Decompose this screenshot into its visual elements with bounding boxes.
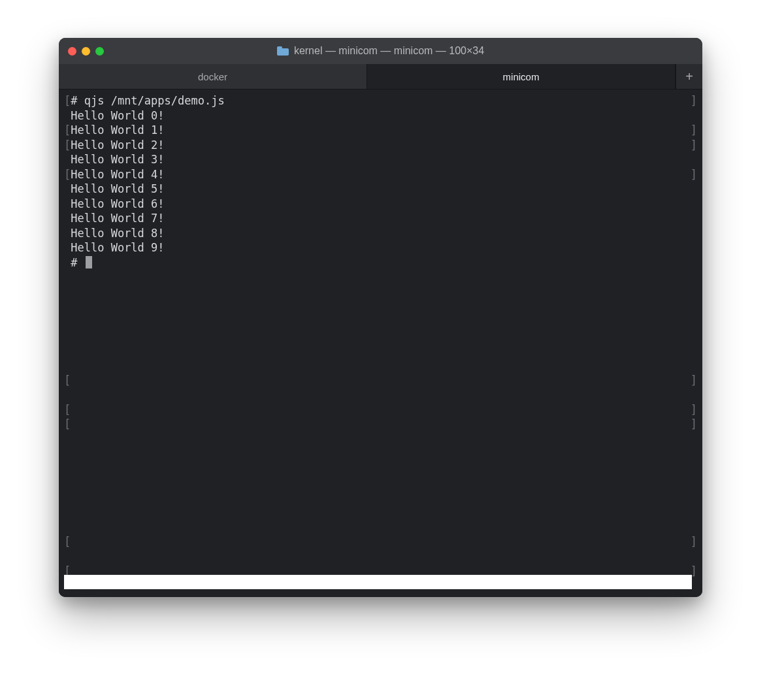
terminal-row: [] bbox=[64, 432, 697, 447]
terminal-row: [Hello World 8!] bbox=[64, 226, 697, 241]
terminal-row: [Hello World 3!] bbox=[64, 152, 697, 167]
terminal-content: [# qjs /mnt/apps/demo.js][Hello World 0!… bbox=[64, 93, 697, 597]
terminal-row: [] bbox=[64, 534, 697, 549]
terminal-row: [] bbox=[64, 270, 697, 285]
terminal-row: [] bbox=[64, 387, 697, 402]
terminal-window: kernel — minicom — minicom — 100×34 dock… bbox=[59, 38, 702, 597]
terminal-row: [Hello World 6!] bbox=[64, 197, 697, 212]
terminal-row: [Hello World 1!] bbox=[64, 123, 697, 138]
tab-minicom[interactable]: minicom bbox=[367, 64, 676, 89]
close-button[interactable] bbox=[68, 47, 76, 56]
terminal-row: [] bbox=[64, 329, 697, 344]
terminal-row: [] bbox=[64, 446, 697, 461]
window-title-text: kernel — minicom — minicom — 100×34 bbox=[294, 45, 484, 57]
row-right-bracket: ] bbox=[691, 373, 697, 388]
row-left-bracket: [ bbox=[64, 373, 71, 388]
terminal-line-text: # bbox=[71, 255, 91, 270]
tab-docker[interactable]: docker bbox=[59, 64, 367, 89]
window-controls bbox=[59, 47, 104, 56]
terminal-row: [Hello World 4!] bbox=[64, 167, 697, 182]
row-right-bracket: ] bbox=[691, 534, 697, 549]
terminal-line-text: Hello World 3! bbox=[71, 152, 164, 167]
window-title: kernel — minicom — minicom — 100×34 bbox=[59, 45, 702, 57]
terminal-line-text: Hello World 1! bbox=[71, 123, 164, 138]
row-left-bracket: [ bbox=[64, 123, 71, 138]
terminal-row: [] bbox=[64, 299, 697, 314]
terminal-row: [# qjs /mnt/apps/demo.js] bbox=[64, 93, 697, 108]
row-right-bracket: ] bbox=[691, 167, 697, 182]
terminal-prompt-row: [# ] bbox=[64, 255, 697, 270]
minicom-status-bar: Meta-Z for help | 115200 8N1 | NOR | Min… bbox=[64, 575, 692, 589]
terminal-row: [] bbox=[64, 344, 697, 359]
row-right-bracket: ] bbox=[691, 417, 697, 432]
row-left-bracket: [ bbox=[64, 138, 71, 153]
terminal-line-text: Hello World 8! bbox=[71, 226, 164, 241]
terminal-line-text: Hello World 5! bbox=[71, 182, 164, 197]
row-right-bracket: ] bbox=[691, 402, 697, 417]
row-left-bracket: [ bbox=[64, 534, 71, 549]
terminal-line-text: Hello World 7! bbox=[71, 211, 164, 226]
new-tab-button[interactable]: + bbox=[676, 64, 702, 89]
terminal-row: [Hello World 7!] bbox=[64, 211, 697, 226]
folder-icon bbox=[277, 46, 289, 56]
terminal-row: [] bbox=[64, 358, 697, 373]
terminal-row: [] bbox=[64, 402, 697, 417]
terminal-row: [] bbox=[64, 461, 697, 476]
terminal-line-text: Hello World 4! bbox=[71, 167, 164, 182]
row-right-bracket: ] bbox=[691, 93, 697, 108]
minimize-button[interactable] bbox=[82, 47, 90, 56]
row-left-bracket: [ bbox=[64, 402, 71, 417]
terminal-viewport[interactable]: [# qjs /mnt/apps/demo.js][Hello World 0!… bbox=[59, 89, 702, 597]
terminal-line-text: # qjs /mnt/apps/demo.js bbox=[71, 93, 224, 108]
terminal-cursor bbox=[86, 256, 92, 268]
terminal-row: [] bbox=[64, 505, 697, 520]
terminal-row: [Hello World 2!] bbox=[64, 138, 697, 153]
row-right-bracket: ] bbox=[691, 138, 697, 153]
terminal-row: [Hello World 0!] bbox=[64, 108, 697, 123]
tab-bar: docker minicom + bbox=[59, 64, 702, 89]
terminal-row: [] bbox=[64, 549, 697, 564]
plus-icon: + bbox=[685, 69, 693, 84]
terminal-row: [] bbox=[64, 520, 697, 535]
row-left-bracket: [ bbox=[64, 417, 71, 432]
terminal-row: [] bbox=[64, 285, 697, 300]
titlebar: kernel — minicom — minicom — 100×34 bbox=[59, 38, 702, 64]
terminal-line-text: Hello World 6! bbox=[71, 197, 164, 212]
terminal-row: [] bbox=[64, 373, 697, 388]
terminal-line-text: Hello World 0! bbox=[71, 108, 164, 123]
terminal-row: [] bbox=[64, 491, 697, 506]
tab-label: minicom bbox=[503, 71, 540, 82]
row-right-bracket: ] bbox=[691, 123, 697, 138]
row-left-bracket: [ bbox=[64, 93, 71, 108]
zoom-button[interactable] bbox=[95, 47, 104, 56]
tab-label: docker bbox=[198, 71, 227, 82]
terminal-line-text: Hello World 9! bbox=[71, 240, 164, 255]
terminal-row: [] bbox=[64, 476, 697, 491]
terminal-line-text: Hello World 2! bbox=[71, 138, 164, 153]
row-left-bracket: [ bbox=[64, 167, 71, 182]
terminal-row: [Hello World 5!] bbox=[64, 182, 697, 197]
terminal-row: [] bbox=[64, 314, 697, 329]
terminal-row: [Hello World 9!] bbox=[64, 240, 697, 255]
terminal-row: [] bbox=[64, 417, 697, 432]
